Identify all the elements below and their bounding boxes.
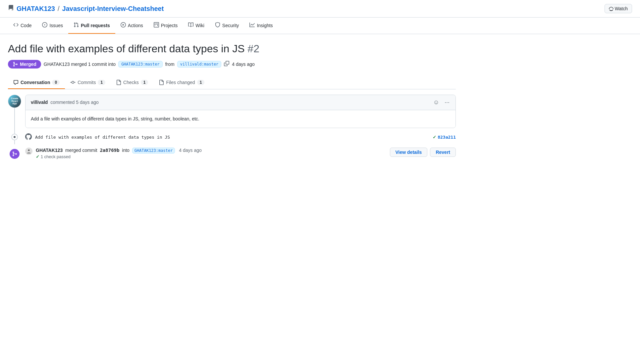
nav-bar: Code Issues Pull requests Actions Projec… [0, 18, 640, 34]
view-details-button[interactable]: View details [390, 148, 428, 157]
tab-checks[interactable]: Checks 1 [111, 76, 153, 89]
copy-icon[interactable] [224, 61, 229, 67]
merge-author[interactable]: GHATAK123 [36, 148, 63, 153]
main-content: Add file with examples of different data… [0, 34, 464, 172]
pr-title: Add file with examples of different data… [8, 42, 456, 56]
tab-commits[interactable]: Commits 1 [65, 76, 111, 89]
nav-item-projects[interactable]: Projects [148, 18, 183, 34]
merge-author-avatar [25, 148, 32, 155]
merge-action-text: merged commit [65, 148, 97, 153]
check-passed-icon: ✓ [36, 154, 39, 159]
commit-github-icon [25, 133, 32, 141]
tab-files-changed[interactable]: Files changed 1 [153, 76, 210, 89]
issues-icon [42, 22, 47, 28]
projects-icon [154, 22, 159, 28]
commit-entry: Add file with examples of different data… [8, 133, 456, 141]
tab-checks-label: Checks [123, 80, 139, 85]
nav-item-pull-requests[interactable]: Pull requests [68, 18, 115, 34]
comment-body: Add a file with examples of different da… [26, 110, 455, 128]
nav-item-security[interactable]: Security [210, 18, 244, 34]
nav-item-issues[interactable]: Issues [37, 18, 68, 34]
pr-time-ago: 4 days ago [232, 62, 255, 67]
commit-hash-link[interactable]: 823a211 [438, 135, 456, 140]
nav-actions-label: Actions [128, 23, 143, 28]
merged-badge-label: Merged [20, 62, 36, 67]
pr-meta: Merged GHATAK123 merged 1 commit into GH… [8, 60, 456, 68]
tab-commits-count: 1 [98, 80, 105, 85]
pr-meta-text: GHATAK123 merged 1 commit into [44, 62, 116, 67]
comment-header: villivald commented 5 days ago ☺ ··· [26, 95, 455, 110]
security-icon [215, 22, 220, 28]
revert-button[interactable]: Revert [430, 148, 456, 157]
commit-hash: ✓ 823a211 [433, 135, 456, 140]
repo-link[interactable]: GHATAK123 / Javascript-Interview-Cheatsh… [8, 5, 164, 13]
pr-number: #2 [247, 43, 259, 55]
nav-pullrequests-label: Pull requests [81, 23, 110, 28]
code-icon [13, 22, 19, 28]
top-bar-right: Watch [605, 4, 632, 13]
tab-files-changed-count: 1 [197, 80, 205, 85]
emoji-reaction-button[interactable]: ☺ [433, 98, 440, 107]
timeline: CreateReactApp villivald commented 5 day… [8, 89, 456, 164]
comment-body-text: Add a file with examples of different da… [31, 115, 450, 122]
tab-conversation[interactable]: Conversation 0 [8, 76, 65, 89]
merge-commit-hash[interactable]: 2a8769b [100, 148, 119, 153]
nav-security-label: Security [222, 23, 239, 28]
tab-checks-count: 1 [141, 80, 148, 85]
nav-insights-label: Insights [257, 23, 273, 28]
merge-text-block: GHATAK123 merged commit 2a8769b into GHA… [36, 148, 387, 159]
merge-into-text: into [122, 148, 130, 153]
tab-commits-label: Commits [78, 80, 96, 85]
commit-dot-inner [14, 136, 16, 138]
merge-description-line: GHATAK123 merged commit 2a8769b into GHA… [36, 148, 387, 153]
watch-button[interactable]: Watch [605, 4, 632, 13]
pr-from-text: from [165, 62, 175, 67]
wiki-icon [188, 22, 193, 28]
merge-time-ago: 4 days ago [179, 148, 202, 153]
check-passed-label: 1 check passed [41, 154, 71, 159]
commenter-avatar: CreateReactApp [8, 95, 21, 108]
nav-item-actions[interactable]: Actions [115, 18, 148, 34]
comment-time: commented 5 days ago [50, 100, 99, 105]
pull-requests-icon [74, 22, 79, 28]
repo-icon [8, 5, 14, 13]
base-branch-tag[interactable]: GHATAK123:master [118, 61, 163, 68]
pr-title-text: Add file with examples of different data… [8, 43, 244, 55]
nav-item-wiki[interactable]: Wiki [183, 18, 209, 34]
comment-header-right: ☺ ··· [433, 98, 450, 107]
nav-wiki-label: Wiki [195, 23, 204, 28]
check-passed-text: ✓ 1 check passed [36, 154, 387, 159]
comment-wrapper: CreateReactApp villivald commented 5 day… [8, 95, 456, 128]
merge-branch-tag[interactable]: GHATAK123:master [132, 148, 175, 154]
nav-item-insights[interactable]: Insights [244, 18, 278, 34]
nav-projects-label: Projects [161, 23, 178, 28]
actions-icon [121, 22, 126, 28]
commit-message: Add file with examples of different data… [35, 135, 429, 140]
merge-event: GHATAK123 merged commit 2a8769b into GHA… [8, 148, 456, 159]
pr-merged-by: GHATAK123 merged 1 commit into [44, 62, 116, 67]
comment-header-left: villivald commented 5 days ago [31, 100, 99, 105]
top-bar: GHATAK123 / Javascript-Interview-Cheatsh… [0, 0, 640, 18]
more-options-button[interactable]: ··· [444, 98, 450, 107]
repo-name: Javascript-Interview-Cheatsheet [62, 5, 164, 13]
watch-label: Watch [615, 6, 628, 11]
merge-icon-circle [10, 149, 20, 159]
commit-dot [11, 134, 18, 140]
comment-author[interactable]: villivald [31, 100, 48, 105]
merged-badge: Merged [8, 60, 41, 68]
nav-code-label: Code [21, 23, 31, 28]
nav-item-code[interactable]: Code [8, 18, 37, 34]
insights-icon [249, 22, 255, 28]
tab-conversation-label: Conversation [21, 80, 50, 85]
merge-actions: View details Revert [390, 148, 456, 157]
repo-owner: GHATAK123 [17, 5, 55, 13]
separator: / [58, 5, 60, 13]
tab-conversation-count: 0 [52, 80, 60, 85]
commit-check-icon: ✓ [433, 135, 436, 140]
nav-issues-label: Issues [49, 23, 63, 28]
tab-files-changed-label: Files changed [166, 80, 195, 85]
pr-tabs: Conversation 0 Commits 1 Checks 1 Files … [8, 76, 456, 89]
comment-box: villivald commented 5 days ago ☺ ··· Add… [25, 95, 456, 128]
head-branch-tag[interactable]: villivald:master [177, 61, 222, 68]
